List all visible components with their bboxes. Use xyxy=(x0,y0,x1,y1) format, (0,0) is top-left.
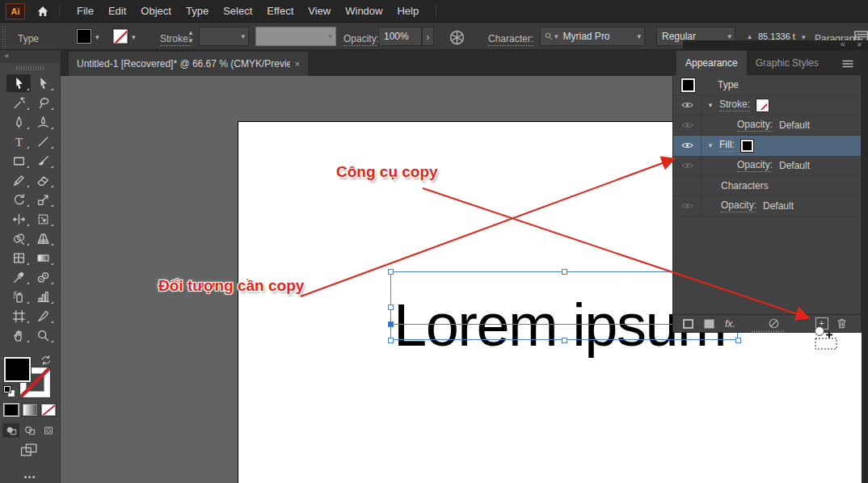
draw-normal-icon[interactable] xyxy=(2,423,19,438)
visibility-eye-icon[interactable] xyxy=(673,101,701,109)
draw-inside-icon[interactable] xyxy=(40,423,57,438)
delete-selected-item-icon[interactable] xyxy=(836,317,848,330)
add-new-effect-button[interactable]: fx. xyxy=(725,318,735,330)
collapse-panels-icon[interactable] xyxy=(841,40,845,49)
selection-handle-mid-left[interactable] xyxy=(388,304,394,310)
text-anchor-point[interactable] xyxy=(388,321,394,327)
rotate-tool[interactable] xyxy=(6,191,31,208)
toolbar-collapse-icon[interactable] xyxy=(0,50,61,63)
menu-edit[interactable]: Edit xyxy=(101,5,133,17)
opacity-label[interactable]: Opacity: xyxy=(343,33,379,46)
opacity-input[interactable]: 100% xyxy=(378,27,422,46)
panel-grip[interactable] xyxy=(2,26,6,47)
add-new-stroke-icon[interactable] xyxy=(683,319,693,329)
panel-menu-icon[interactable] xyxy=(841,57,854,70)
stroke-weight-dropdown[interactable] xyxy=(199,27,249,46)
selection-handle-bottom-mid[interactable] xyxy=(562,338,567,343)
stroke-color-swatch[interactable] xyxy=(113,29,128,44)
slice-tool[interactable] xyxy=(31,307,55,325)
tab-graphic-styles[interactable]: Graphic Styles xyxy=(747,51,828,75)
menu-view[interactable]: View xyxy=(301,5,338,17)
appearance-row-characters[interactable]: Characters xyxy=(673,176,861,196)
width-tool[interactable] xyxy=(6,210,31,228)
symbol-sprayer-tool[interactable] xyxy=(6,288,31,305)
clear-appearance-icon[interactable] xyxy=(768,317,780,330)
close-document-icon[interactable] xyxy=(295,58,300,69)
curvature-tool[interactable] xyxy=(31,113,55,131)
appearance-row-type[interactable]: Type xyxy=(673,75,861,95)
selection-handle-bottom-right[interactable] xyxy=(735,338,741,343)
appearance-row-stroke-opacity[interactable]: Opacity:Default xyxy=(673,116,861,136)
appearance-row-opacity[interactable]: Opacity:Default xyxy=(673,196,861,216)
menu-window[interactable]: Window xyxy=(338,5,390,17)
line-segment-tool[interactable] xyxy=(31,132,55,150)
panel-resize-grip[interactable] xyxy=(752,330,784,333)
appearance-row-fill-selected[interactable]: Fill: xyxy=(673,136,861,156)
zoom-tool[interactable] xyxy=(31,326,55,344)
menu-file[interactable]: File xyxy=(70,5,101,17)
duplicate-selected-item-icon[interactable] xyxy=(815,317,828,330)
document-tab[interactable]: Untitled-1 [Recovered]* @ 66.67 % (CMYK/… xyxy=(69,52,308,76)
lasso-tool[interactable] xyxy=(31,94,55,111)
perspective-grid-tool[interactable] xyxy=(31,229,55,247)
column-graph-tool[interactable] xyxy=(31,288,55,305)
gradient-tool[interactable] xyxy=(31,249,55,267)
menu-help[interactable]: Help xyxy=(390,5,426,17)
expand-chevron-icon[interactable] xyxy=(702,142,719,149)
fill-color-swatch[interactable] xyxy=(77,29,91,44)
recolor-artwork-icon[interactable] xyxy=(449,29,466,46)
gradient-button[interactable] xyxy=(23,404,37,416)
color-button[interactable] xyxy=(4,404,19,416)
eraser-tool[interactable] xyxy=(31,171,55,189)
fill-proxy-swatch[interactable] xyxy=(4,357,31,382)
appearance-row-stroke[interactable]: Stroke: xyxy=(673,95,861,116)
menu-effect[interactable]: Effect xyxy=(259,5,301,17)
font-family-dropdown[interactable]: Myriad Pro xyxy=(540,27,645,46)
swap-fill-stroke-icon[interactable] xyxy=(40,355,52,366)
shaper-tool[interactable] xyxy=(6,171,31,189)
selection-handle-top-mid[interactable] xyxy=(562,269,567,275)
type-tool[interactable] xyxy=(6,132,31,150)
pen-tool[interactable] xyxy=(6,113,31,131)
add-new-fill-icon[interactable] xyxy=(704,319,714,329)
change-screen-mode-icon[interactable] xyxy=(20,443,39,458)
variable-width-dropdown[interactable] xyxy=(255,27,336,46)
none-button[interactable] xyxy=(41,404,56,416)
visibility-eye-icon[interactable] xyxy=(673,141,701,149)
artboard-tool[interactable] xyxy=(6,307,31,325)
menu-select[interactable]: Select xyxy=(216,5,259,17)
magic-wand-tool[interactable] xyxy=(6,94,31,111)
menu-object[interactable]: Object xyxy=(133,5,179,17)
visibility-eye-icon[interactable] xyxy=(673,121,701,129)
edit-toolbar-more-icon[interactable] xyxy=(0,467,61,481)
direct-selection-tool[interactable] xyxy=(31,74,55,92)
toolbar-grip[interactable] xyxy=(16,66,45,70)
scale-tool[interactable] xyxy=(31,191,55,208)
stroke-dropdown-chevron-icon[interactable] xyxy=(132,34,136,41)
fill-dropdown-chevron-icon[interactable] xyxy=(95,34,99,41)
home-icon[interactable] xyxy=(36,5,49,18)
eyedropper-tool[interactable] xyxy=(6,268,31,286)
blend-tool[interactable] xyxy=(31,268,55,286)
free-transform-tool[interactable] xyxy=(31,210,55,228)
menu-type[interactable]: Type xyxy=(179,5,216,17)
tab-appearance[interactable]: Appearance xyxy=(676,51,747,75)
mesh-tool[interactable] xyxy=(6,249,31,267)
close-panel-group-icon[interactable] xyxy=(857,40,862,50)
character-panel-label[interactable]: Character: xyxy=(488,33,533,46)
hand-tool[interactable] xyxy=(6,326,31,344)
draw-behind-icon[interactable] xyxy=(21,423,38,438)
expand-chevron-icon[interactable] xyxy=(702,102,719,109)
paintbrush-tool[interactable] xyxy=(31,152,55,170)
selection-handle-bottom-left[interactable] xyxy=(388,338,394,343)
selection-handle-top-left[interactable] xyxy=(388,269,394,275)
default-fill-stroke-icon[interactable] xyxy=(4,386,15,397)
stroke-weight-stepper[interactable] xyxy=(185,27,196,46)
opacity-chevron-button[interactable] xyxy=(422,27,434,46)
selection-tool[interactable] xyxy=(6,74,31,92)
visibility-eye-icon[interactable] xyxy=(673,202,701,210)
rectangle-tool[interactable] xyxy=(6,152,31,170)
stroke-none-swatch[interactable] xyxy=(756,99,769,111)
fill-color-swatch[interactable] xyxy=(741,140,753,152)
visibility-eye-icon[interactable] xyxy=(673,162,701,170)
